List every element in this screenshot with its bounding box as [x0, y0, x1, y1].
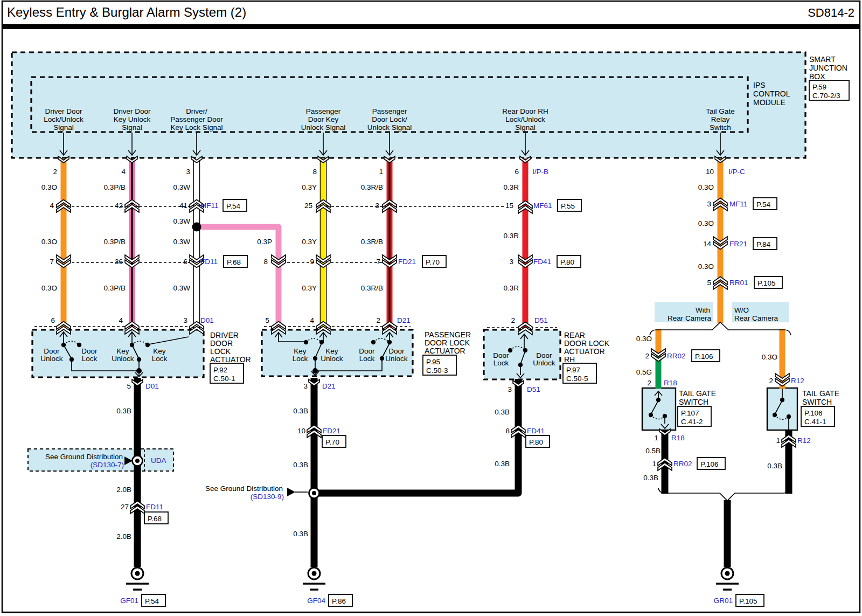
fd11-bottom-ref-text: P.68: [148, 515, 162, 523]
contact-dot: [780, 398, 784, 402]
switch-label: Door: [493, 351, 509, 359]
pin-number: 5: [707, 279, 711, 287]
sjb-label: SMART: [809, 55, 836, 64]
component-label: ACTUATOR: [425, 347, 465, 355]
connector-name: R12: [797, 437, 811, 445]
wire-size: 0.3P: [257, 238, 272, 246]
switch-label: Door: [81, 347, 98, 355]
fd41-ref-text: P.80: [560, 258, 574, 266]
pin-number: 1: [652, 460, 656, 468]
fd21-bottom-ref-text: P.70: [325, 438, 339, 446]
signal-label: Unlock Signal: [367, 123, 412, 131]
switch-label: Key: [116, 347, 129, 355]
option-label: W/O: [734, 306, 749, 314]
connector-name: D21: [322, 382, 336, 390]
wire-size: 0.3B: [495, 408, 510, 416]
connector-name: FD11: [200, 258, 218, 266]
switch-label: Unlock: [112, 355, 134, 363]
wire-size: 2.0B: [116, 486, 131, 494]
pin-number: 10: [706, 168, 714, 176]
switch-label: Key: [153, 347, 166, 355]
sjb-page-ref-text: C.70-2/3: [812, 92, 840, 100]
switch-label: Lock: [359, 355, 375, 363]
contact-dot: [145, 343, 150, 347]
connector-name: D01: [145, 382, 159, 390]
contact-dot: [518, 363, 523, 367]
pin-number: 3: [303, 382, 308, 390]
passenger-actuator-ref-text: C.50-3: [426, 366, 448, 375]
pin-number: 2: [511, 316, 515, 324]
switch-label: Key: [325, 347, 338, 355]
fr21-ref-text: P.84: [756, 240, 771, 248]
wire-size: 0.3Y: [302, 183, 317, 191]
wire-size: 0.3P/B: [103, 183, 126, 191]
wire-size: 0.3O: [698, 219, 714, 227]
component-label: PASSENGER: [425, 330, 471, 339]
switch-label: Key: [294, 347, 307, 355]
pin-number: 9: [310, 258, 314, 266]
ips-label: IPS: [753, 81, 766, 89]
pin-number: 5: [265, 316, 269, 324]
signal-label: Tail Gate: [706, 107, 734, 115]
component-label: DRIVER: [210, 331, 239, 340]
signal-label: Lock/Unlock: [505, 115, 545, 123]
pin-number: 4: [50, 202, 54, 210]
option-label: Rear Camera: [668, 314, 712, 322]
connector-name: D51: [534, 316, 548, 324]
wire-size: 0.3B: [767, 462, 782, 470]
fd41-bottom-ref-text: P.80: [529, 438, 543, 446]
pin-number: 2: [645, 352, 649, 360]
sjb-label: JUNCTION: [809, 64, 847, 72]
pin-number: 7: [376, 258, 380, 266]
component-label: ACTUATOR: [564, 347, 605, 356]
wire-size: 0.3B: [643, 474, 658, 482]
ground-name: GF01: [120, 597, 138, 605]
wire-size: 0.3R: [503, 232, 519, 240]
pin-number: 3: [186, 168, 190, 176]
ground-gf01-dot: [135, 571, 140, 576]
connector-name: D01: [200, 316, 214, 324]
connector-name: FD21: [398, 258, 416, 266]
pin-number: 2: [376, 316, 380, 324]
switch-label: Door: [388, 347, 405, 355]
switch-label: Lock: [293, 355, 308, 363]
contact-dot: [663, 414, 667, 418]
pin-number: 5: [127, 382, 131, 390]
contact-dot: [787, 414, 791, 419]
wire-rear-ground-black: [317, 379, 518, 493]
switch-label: Door: [44, 347, 60, 355]
sjb-page-ref-text: P.59: [812, 83, 826, 91]
wire-size: 0.3P/B: [103, 284, 126, 292]
tailgate-switch-1-ref-text: C.41-2: [681, 418, 703, 426]
connector-name: FD11: [146, 503, 163, 511]
wire-size: 0.3W: [173, 284, 190, 292]
wire-size: 0.3W: [173, 217, 190, 225]
pin-number: 3: [375, 202, 379, 210]
switch-label: Unlock: [385, 355, 408, 363]
mf11-ref-text: P.54: [226, 202, 241, 210]
pin-number: 6: [51, 316, 55, 324]
component-label: DOOR: [210, 339, 233, 348]
contact-dot: [313, 356, 317, 361]
pin-number: 10: [297, 427, 305, 435]
switch-label: Unlock: [40, 355, 63, 363]
ground-name: GF04: [307, 597, 325, 605]
contact-dot: [192, 223, 201, 232]
contact-dot: [380, 356, 384, 361]
passenger-actuator-ref-text: P.95: [426, 358, 440, 366]
page-title: Keyless Entry & Burglar Alarm System (2): [7, 5, 246, 20]
connector-name: R18: [664, 379, 677, 387]
connector-name: D21: [397, 316, 411, 324]
see-ground-note: See Ground Distribution: [45, 453, 123, 461]
signal-label: Signal: [515, 123, 536, 131]
contact-dot: [304, 340, 308, 344]
connector-name: I/P-C: [728, 168, 745, 176]
wire-size: 0.3W: [173, 238, 190, 246]
page: { "header": {"title": "Keyless Entry & B…: [0, 0, 862, 616]
component-label: SWITCH: [679, 398, 708, 406]
contact-dot: [649, 413, 653, 417]
contact-dot: [69, 357, 74, 362]
pin-number: 3: [508, 385, 512, 393]
wire-size: 0.5G: [636, 368, 652, 376]
rr01-ref-text: P.105: [757, 279, 776, 287]
